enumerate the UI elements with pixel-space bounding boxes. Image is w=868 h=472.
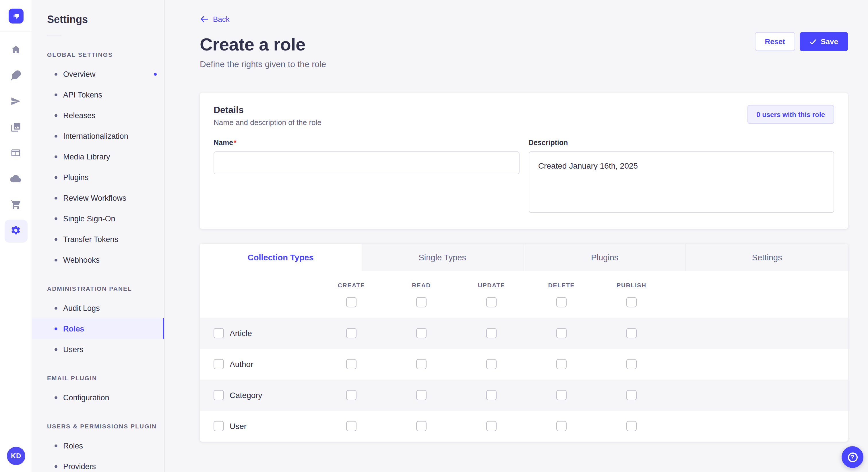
checkbox-category-delete[interactable] — [556, 390, 567, 400]
checkbox-category-publish[interactable] — [626, 390, 637, 400]
sidebar-item-label: Releases — [63, 111, 96, 120]
permissions-table-header: CREATEREADUPDATEDELETEPUBLISH — [200, 271, 848, 318]
bullet-icon — [55, 444, 57, 447]
checkbox-select-category[interactable] — [214, 390, 224, 400]
subnav-divider — [47, 36, 61, 36]
checkbox-select-all-publish[interactable] — [626, 297, 637, 307]
bullet-icon — [55, 134, 57, 137]
description-textarea[interactable]: Created January 16th, 2025 — [528, 151, 834, 213]
rail-gear-button[interactable] — [4, 220, 27, 243]
avatar[interactable]: KD — [7, 447, 25, 465]
sidebar-item-plugins[interactable]: Plugins — [32, 167, 164, 188]
tab-settings[interactable]: Settings — [686, 244, 848, 271]
sidebar-item-api-tokens[interactable]: API Tokens — [32, 84, 164, 105]
required-asterisk: * — [234, 139, 237, 147]
checkbox-author-update[interactable] — [486, 359, 497, 369]
bullet-icon — [55, 348, 57, 351]
sidebar-item-transfer-tokens[interactable]: Transfer Tokens — [32, 229, 164, 249]
checkbox-category-read[interactable] — [416, 390, 427, 400]
sidebar-item-roles[interactable]: Roles — [32, 318, 164, 339]
checkbox-author-create[interactable] — [346, 359, 356, 369]
checkbox-user-publish[interactable] — [626, 421, 637, 431]
sidebar-item-webhooks[interactable]: Webhooks — [32, 249, 164, 270]
sidebar-item-roles[interactable]: Roles — [32, 435, 164, 456]
feather-icon — [10, 70, 21, 83]
sidebar-item-internationalization[interactable]: Internationalization — [32, 126, 164, 146]
checkbox-user-read[interactable] — [416, 421, 427, 431]
save-button[interactable]: Save — [799, 32, 848, 51]
checkbox-select-all-create[interactable] — [346, 297, 356, 307]
sidebar-item-label: Providers — [63, 462, 96, 471]
sidebar-item-label: Overview — [63, 70, 96, 78]
sidebar-item-overview[interactable]: Overview — [32, 64, 164, 84]
layout-icon — [10, 147, 21, 160]
checkbox-author-read[interactable] — [416, 359, 427, 369]
arrow-left-icon — [200, 15, 208, 24]
sidebar-item-label: Webhooks — [63, 256, 100, 264]
main-content: Back Create a role Define the rights giv… — [165, 0, 868, 472]
tab-single-types[interactable]: Single Types — [362, 244, 524, 271]
checkbox-select-all-update[interactable] — [486, 297, 497, 307]
sidebar-item-audit-logs[interactable]: Audit Logs — [32, 298, 164, 318]
rail-paper-plane-button[interactable] — [4, 91, 27, 113]
checkbox-author-delete[interactable] — [556, 359, 567, 369]
sidebar-item-review-workflows[interactable]: Review Workflows — [32, 188, 164, 208]
checkbox-select-author[interactable] — [214, 359, 224, 369]
permissions-table-body: ArticleAuthorCategoryUser — [200, 318, 848, 442]
table-row-article: Article — [200, 318, 848, 349]
cloud-icon — [10, 173, 21, 186]
rail-feather-button[interactable] — [4, 65, 27, 88]
checkbox-category-create[interactable] — [346, 390, 356, 400]
name-field-group: Name* — [214, 139, 519, 174]
check-icon — [809, 38, 816, 45]
help-button[interactable]: ? — [842, 446, 863, 468]
checkbox-select-all-read[interactable] — [416, 297, 427, 307]
sidebar-item-label: Roles — [63, 324, 84, 333]
permissions-tablist: Collection TypesSingle TypesPluginsSetti… — [200, 244, 848, 271]
checkbox-author-publish[interactable] — [626, 359, 637, 369]
bullet-icon — [55, 93, 57, 96]
sidebar-item-media-library[interactable]: Media Library — [32, 146, 164, 167]
checkbox-user-delete[interactable] — [556, 421, 567, 431]
cart-icon — [10, 199, 21, 212]
sidebar-item-label: Audit Logs — [63, 304, 100, 312]
checkbox-user-update[interactable] — [486, 421, 497, 431]
checkbox-select-user[interactable] — [214, 421, 224, 431]
bullet-icon — [55, 196, 57, 199]
back-link[interactable]: Back — [200, 15, 229, 24]
checkbox-select-all-delete[interactable] — [556, 297, 567, 307]
reset-button[interactable]: Reset — [755, 32, 795, 51]
rail-cloud-button[interactable] — [4, 168, 27, 191]
rail-media-library-button[interactable] — [4, 116, 27, 139]
bullet-icon — [55, 217, 57, 220]
icon-rail-header — [0, 0, 32, 32]
rail-layout-button[interactable] — [4, 142, 27, 165]
bullet-icon — [55, 258, 57, 261]
checkbox-article-publish[interactable] — [626, 328, 637, 338]
sidebar-item-providers[interactable]: Providers — [32, 456, 164, 472]
rail-cart-button[interactable] — [4, 194, 27, 217]
bullet-icon — [55, 307, 57, 309]
rail-home-button[interactable] — [4, 39, 27, 62]
details-subtitle: Name and description of the role — [214, 118, 321, 127]
checkbox-article-update[interactable] — [486, 328, 497, 338]
checkbox-article-read[interactable] — [416, 328, 427, 338]
sidebar-item-users[interactable]: Users — [32, 339, 164, 360]
sidebar-item-releases[interactable]: Releases — [32, 105, 164, 126]
sidebar-item-label: Plugins — [63, 173, 89, 181]
checkbox-article-delete[interactable] — [556, 328, 567, 338]
checkbox-user-create[interactable] — [346, 421, 356, 431]
tab-plugins[interactable]: Plugins — [523, 244, 686, 271]
checkbox-category-update[interactable] — [486, 390, 497, 400]
sidebar-item-single-sign-on[interactable]: Single Sign-On — [32, 208, 164, 229]
name-input[interactable] — [214, 151, 519, 174]
bullet-icon — [55, 396, 57, 399]
sidebar-item-configuration[interactable]: Configuration — [32, 387, 164, 408]
checkbox-article-create[interactable] — [346, 328, 356, 338]
users-with-role-badge[interactable]: 0 users with this role — [747, 105, 834, 124]
checkbox-select-article[interactable] — [214, 328, 224, 338]
sidebar-item-label: Single Sign-On — [63, 214, 115, 223]
page-title: Create a role — [200, 34, 848, 55]
tab-collection-types[interactable]: Collection Types — [200, 244, 362, 271]
strapi-logo[interactable] — [8, 8, 23, 23]
